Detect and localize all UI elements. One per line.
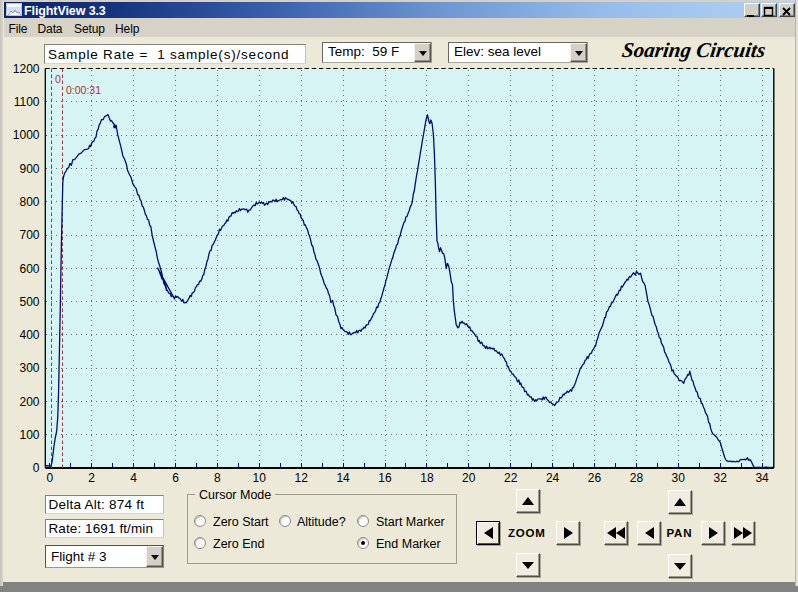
svg-text:900: 900 [19, 162, 39, 176]
svg-text:20: 20 [462, 471, 476, 485]
svg-text:2: 2 [88, 471, 95, 485]
svg-text:6: 6 [172, 471, 179, 485]
svg-text:34: 34 [755, 471, 769, 485]
svg-text:22: 22 [504, 471, 518, 485]
svg-text:28: 28 [630, 471, 644, 485]
svg-text:8: 8 [214, 471, 221, 485]
svg-text:0: 0 [33, 461, 40, 475]
svg-text:1000: 1000 [13, 128, 40, 142]
svg-text:200: 200 [19, 395, 39, 409]
svg-text:32: 32 [714, 471, 728, 485]
svg-text:600: 600 [19, 262, 39, 276]
svg-text:1200: 1200 [13, 62, 40, 76]
svg-text:500: 500 [19, 295, 39, 309]
svg-text:1100: 1100 [14, 95, 40, 109]
svg-text:14: 14 [336, 471, 350, 485]
svg-text:100: 100 [19, 428, 39, 442]
svg-text:0:00:31: 0:00:31 [66, 84, 101, 96]
svg-text:26: 26 [588, 471, 602, 485]
svg-text:800: 800 [19, 195, 39, 209]
svg-text:0: 0 [46, 471, 53, 485]
svg-text:24: 24 [546, 471, 560, 485]
svg-text:0: 0 [55, 73, 61, 85]
svg-text:300: 300 [19, 361, 39, 375]
svg-text:4: 4 [130, 471, 137, 485]
svg-text:16: 16 [378, 471, 392, 485]
svg-text:700: 700 [19, 228, 39, 242]
svg-text:400: 400 [19, 328, 39, 342]
svg-text:12: 12 [295, 471, 309, 485]
svg-text:18: 18 [420, 471, 434, 485]
svg-text:10: 10 [253, 471, 267, 485]
svg-text:30: 30 [672, 471, 686, 485]
